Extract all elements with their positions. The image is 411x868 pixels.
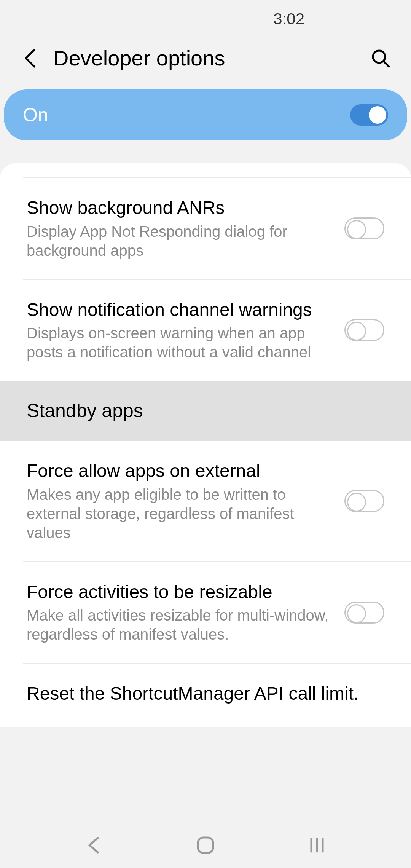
nav-home-icon	[196, 836, 215, 855]
nav-home-button[interactable]	[194, 834, 217, 857]
setting-show-background-anrs[interactable]: Show background ANRs Display App Not Res…	[0, 178, 411, 279]
toggle-force-allow-external[interactable]	[344, 490, 384, 512]
navigation-bar	[0, 822, 411, 868]
setting-force-resizable[interactable]: Force activities to be resizable Make al…	[0, 562, 411, 663]
toggle-show-background-anrs[interactable]	[344, 217, 384, 239]
master-label: On	[23, 104, 48, 126]
page-title: Developer options	[53, 46, 369, 70]
status-time: 3:02	[273, 10, 304, 28]
search-button[interactable]	[369, 47, 392, 70]
master-switch[interactable]: On	[4, 89, 407, 140]
standby-apps-label: Standby apps	[27, 400, 384, 422]
setting-desc: Makes any app eligible to be written to …	[27, 485, 329, 542]
back-button[interactable]	[19, 47, 42, 70]
settings-card: Show background ANRs Display App Not Res…	[0, 163, 411, 727]
master-toggle[interactable]	[350, 104, 388, 126]
back-icon	[23, 47, 38, 70]
setting-reset-shortcut-manager[interactable]: Reset the ShortcutManager API call limit…	[0, 664, 411, 727]
setting-force-allow-external[interactable]: Force allow apps on external Makes any a…	[0, 441, 411, 561]
nav-recents-button[interactable]	[306, 834, 328, 857]
status-bar: 3:02	[0, 0, 411, 38]
standby-apps-link[interactable]: Standby apps	[0, 381, 411, 441]
setting-desc: Display App Not Responding dialog for ba…	[27, 222, 329, 260]
setting-title: Show notification channel warnings	[27, 299, 329, 321]
nav-back-button[interactable]	[83, 834, 105, 857]
setting-title: Force allow apps on external	[27, 460, 329, 482]
svg-line-1	[384, 61, 389, 67]
setting-desc: Displays on-screen warning when an app p…	[27, 324, 329, 362]
toggle-notification-channel-warnings[interactable]	[344, 319, 384, 341]
setting-title: Force activities to be resizable	[27, 581, 329, 603]
setting-notification-channel-warnings[interactable]: Show notification channel warnings Displ…	[0, 280, 411, 381]
setting-title: Show background ANRs	[27, 197, 329, 219]
setting-text: Force activities to be resizable Make al…	[27, 581, 329, 644]
nav-back-icon	[86, 836, 102, 855]
setting-text: Reset the ShortcutManager API call limit…	[27, 683, 384, 708]
search-icon	[371, 48, 390, 68]
setting-desc: Make all activities resizable for multi-…	[27, 606, 329, 644]
toggle-force-resizable[interactable]	[344, 602, 384, 624]
setting-title: Reset the ShortcutManager API call limit…	[27, 683, 384, 705]
partial-row	[0, 163, 411, 177]
setting-text: Force allow apps on external Makes any a…	[27, 460, 329, 542]
nav-recents-icon	[307, 836, 327, 855]
setting-text: Show background ANRs Display App Not Res…	[27, 197, 329, 260]
header: Developer options	[0, 38, 411, 89]
svg-rect-2	[198, 838, 213, 853]
setting-text: Show notification channel warnings Displ…	[27, 299, 329, 362]
